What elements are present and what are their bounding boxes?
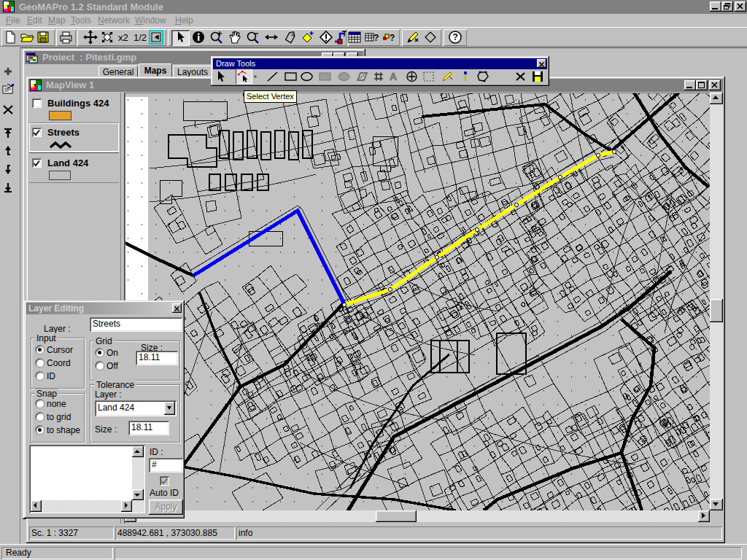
svg-text:?: ?	[390, 33, 395, 43]
svg-text:?: ?	[374, 33, 379, 43]
svg-text:A: A	[390, 71, 397, 82]
svg-text:?: ?	[453, 32, 458, 42]
